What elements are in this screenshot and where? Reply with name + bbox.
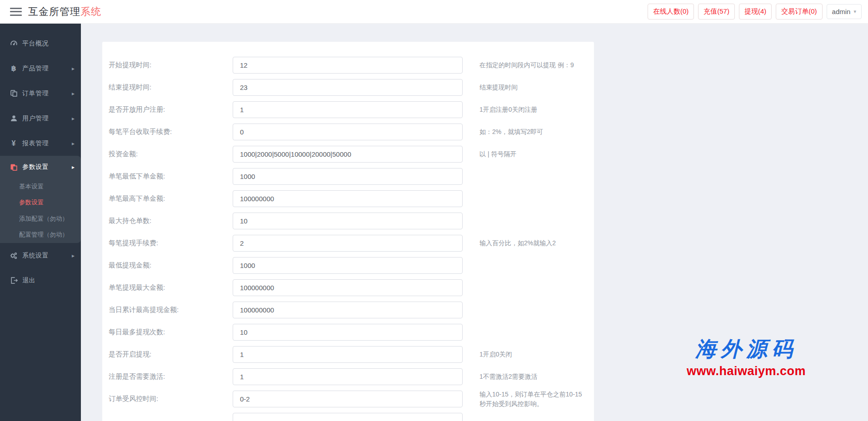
sidebar-subitem-label: 参数设置 [19,198,44,207]
online-users-button[interactable]: 在线人数(0) [648,4,694,20]
chevron-down-icon: ▾ [853,9,856,15]
sidebar-item-parameter-settings[interactable]: 参数设置 ▸ [0,156,81,178]
form-row-max-single-withdraw: 单笔提现最大金额: [109,279,588,296]
min-withdraw-amount-input[interactable] [233,257,463,274]
field-hint: 1开启0关闭 [479,350,588,359]
user-icon [9,114,18,122]
user-menu-button[interactable]: admin ▾ [827,4,862,19]
form-row-max-positions: 最大持仓单数: [109,213,588,229]
form-row-activation-required: 注册是否需要激活: 1不需激活2需要激活 [109,368,588,385]
chevron-right-icon: ▸ [72,164,75,170]
max-single-withdraw-input[interactable] [233,279,463,296]
field-hint: 1不需激活2需要激活 [479,372,588,381]
form-input-partial[interactable] [233,413,463,421]
watermark-url: www.haiwaiym.com [669,364,823,378]
yen-icon: ¥ [9,139,18,148]
field-label: 是否开放用户注册: [109,105,233,114]
sidebar-item-logout[interactable]: 退出 [0,268,81,293]
field-label: 订单受风控时间: [109,395,233,403]
sidebar-item-order-management[interactable]: 订单管理 ▸ [0,81,81,106]
field-hint: 结束提现时间 [479,83,588,92]
platform-fee-input[interactable] [233,124,463,140]
copy-icon [9,163,18,171]
field-label: 每笔提现手续费: [109,239,233,248]
field-hint: 如：2%，就填写2即可 [479,127,588,136]
risk-control-time-input[interactable] [233,391,463,407]
sidebar-subitem-label: 添加配置（勿动） [19,215,68,223]
field-label: 注册是否需要激活: [109,372,233,381]
registration-open-input[interactable] [233,101,463,118]
withdraw-button[interactable]: 提现(4) [739,4,772,20]
settings-form-panel: 开始提现时间: 在指定的时间段内可以提现 例：9 结束提现时间: 结束提现时间 … [102,42,594,421]
field-label: 是否开启提现: [109,350,233,359]
sidebar-item-label: 参数设置 [22,163,72,171]
chevron-right-icon: ▸ [72,115,75,122]
recharge-button[interactable]: 充值(57) [698,4,735,20]
max-order-amount-input[interactable] [233,190,463,207]
sidebar-subitem-config-management[interactable]: 配置管理（勿动） [0,227,81,243]
field-hint: 1开启注册0关闭注册 [479,105,588,114]
field-label: 最低提现金额: [109,261,233,270]
sidebar-item-label: 用户管理 [22,114,72,123]
sidebar-item-label: 系统设置 [22,252,72,260]
form-row-withdraw-enabled: 是否开启提现: 1开启0关闭 [109,346,588,363]
orders-icon [9,89,18,97]
chevron-right-icon: ▸ [72,65,75,72]
sidebar-subitem-label: 配置管理（勿动） [19,231,68,239]
sidebar-item-user-management[interactable]: 用户管理 ▸ [0,106,81,131]
header-actions: 在线人数(0) 充值(57) 提现(4) 交易订单(0) admin ▾ [648,4,862,20]
form-row-withdraw-fee: 每笔提现手续费: 输入百分比，如2%就输入2 [109,235,588,252]
page-title: 互金所管理系统 [28,5,101,19]
form-row-investment-amounts: 投资金额: 以 | 符号隔开 [109,146,588,163]
field-label: 每笔平台收取手续费: [109,128,233,136]
min-order-amount-input[interactable] [233,168,463,185]
watermark: 海外源码 www.haiwaiym.com [669,335,823,378]
sidebar-item-system-settings[interactable]: 系统设置 ▸ [0,243,81,268]
field-label: 当日累计最高提现金额: [109,306,233,314]
watermark-logo-text: 海外源码 [669,335,823,363]
title-main: 互金所管理 [28,6,80,17]
form-row-daily-max-withdraw: 当日累计最高提现金额: [109,302,588,318]
sidebar-item-label: 报表管理 [22,139,72,148]
field-label: 单笔最低下单金额: [109,172,233,181]
title-accent: 系统 [80,6,101,17]
form-row-platform-fee: 每笔平台收取手续费: 如：2%，就填写2即可 [109,124,588,140]
form-row-max-order-amount: 单笔最高下单金额: [109,190,588,207]
sidebar-subitem-parameter-settings[interactable]: 参数设置 [0,195,81,211]
field-label: 单笔提现最大金额: [109,283,233,292]
withdraw-fee-input[interactable] [233,235,463,252]
logout-icon [9,277,18,284]
form-row-partial [109,413,588,421]
field-label: 最大持仓单数: [109,217,233,225]
field-label: 结束提现时间: [109,83,233,92]
sidebar-item-report-management[interactable]: ¥ 报表管理 ▸ [0,131,81,156]
max-positions-input[interactable] [233,213,463,229]
sidebar-item-product-management[interactable]: ฿ 产品管理 ▸ [0,56,81,81]
daily-max-withdraw-input[interactable] [233,302,463,318]
sidebar-subitem-add-config[interactable]: 添加配置（勿动） [0,211,81,227]
withdraw-end-time-input[interactable] [233,79,463,96]
daily-withdraw-count-input[interactable] [233,324,463,341]
withdraw-start-time-input[interactable] [233,57,463,74]
investment-amounts-input[interactable] [233,146,463,163]
field-label: 每日最多提现次数: [109,328,233,337]
sidebar-item-platform-overview[interactable]: 平台概况 [0,31,81,56]
form-row-withdraw-start-time: 开始提现时间: 在指定的时间段内可以提现 例：9 [109,57,588,74]
withdraw-enabled-input[interactable] [233,346,463,363]
activation-required-input[interactable] [233,368,463,385]
trade-orders-button[interactable]: 交易订单(0) [776,4,822,20]
form-row-risk-control-time: 订单受风控时间: 输入10-15，则订单在平仓之前10-15秒开始受到风控影响。 [109,391,588,407]
sidebar-item-label: 产品管理 [22,64,72,73]
sidebar-item-label: 退出 [22,277,75,285]
chevron-right-icon: ▸ [72,90,75,97]
sidebar-subitem-basic-settings[interactable]: 基本设置 [0,178,81,195]
sidebar-item-label: 平台概况 [22,40,75,48]
field-label: 单笔最高下单金额: [109,194,233,203]
sidebar-item-label: 订单管理 [22,89,72,98]
field-hint: 在指定的时间段内可以提现 例：9 [479,60,588,69]
menu-icon[interactable] [10,8,22,16]
bitcoin-icon: ฿ [9,64,18,73]
app-root: 互金所管理系统 在线人数(0) 充值(57) 提现(4) 交易订单(0) adm… [0,0,868,421]
username: admin [832,8,851,15]
sidebar-group-parameter-settings: 参数设置 ▸ 基本设置 参数设置 添加配置（勿动） 配置管理（勿动） [0,156,81,243]
